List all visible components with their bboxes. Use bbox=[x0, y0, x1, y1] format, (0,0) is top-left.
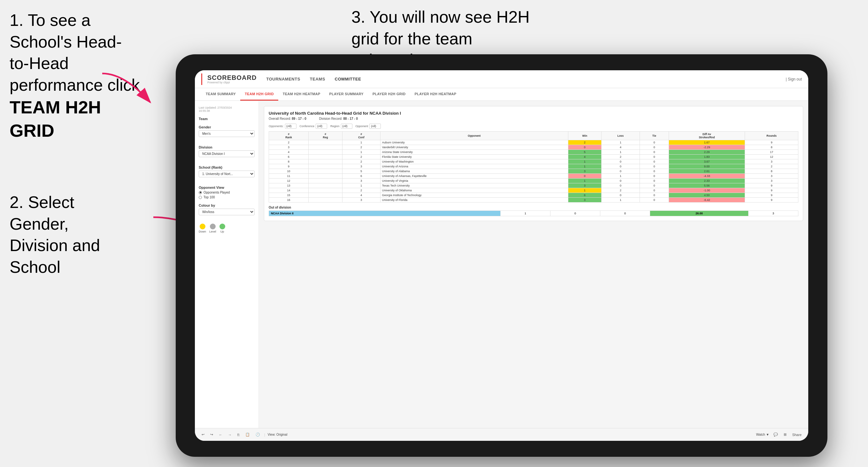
sidebar-team-label: Team bbox=[199, 117, 255, 121]
sidebar-school-label: School (Rank) bbox=[199, 165, 255, 169]
cell-win: 0 bbox=[568, 174, 601, 179]
nav-links: TOURNAMENTS TEAMS COMMITTEE bbox=[266, 75, 785, 83]
cell-reg bbox=[309, 174, 342, 179]
filter-conference-label: Conference bbox=[300, 125, 315, 128]
cell-loss: 1 bbox=[601, 174, 640, 179]
filter-opponents: Opponents: (All) bbox=[269, 124, 297, 129]
cell-conf: 1 bbox=[342, 183, 380, 188]
legend-level-dot bbox=[210, 224, 216, 229]
cell-rank: 3 bbox=[269, 145, 309, 150]
sign-out[interactable]: | Sign out bbox=[786, 77, 802, 82]
cell-tie: 0 bbox=[640, 183, 669, 188]
cell-loss: 0 bbox=[601, 164, 640, 169]
cell-conf: 2 bbox=[342, 155, 380, 159]
radio-opponents-played[interactable]: Opponents Played bbox=[199, 191, 255, 194]
filter-region-select[interactable]: (All) bbox=[341, 124, 352, 129]
filter-opponents-label: Opponents: bbox=[269, 125, 284, 128]
radio-group: Opponents Played Top 100 bbox=[199, 191, 255, 199]
cell-conf: 1 bbox=[342, 140, 380, 145]
cell-reg bbox=[309, 150, 342, 155]
cell-win: 5 bbox=[568, 150, 601, 155]
cell-reg bbox=[309, 179, 342, 183]
division-select[interactable]: NCAA Division I bbox=[199, 151, 255, 157]
col-win: Win bbox=[568, 132, 601, 140]
table-row: 3 2 Vanderbilt University 0 4 0 -2.29 8 bbox=[269, 145, 798, 150]
instruction-2-line3: School bbox=[9, 258, 60, 276]
cell-rounds: 3 bbox=[745, 159, 798, 164]
data-table: #Rank #Reg #Conf Opponent Win Loss Tie D… bbox=[269, 131, 798, 203]
cell-opponent: Georgia Institute of Technology bbox=[380, 193, 568, 198]
cell-loss: 4 bbox=[601, 145, 640, 150]
main-content: Last Updated: 27/03/2024 16:55:38 Team G… bbox=[195, 101, 808, 428]
grid-title: University of North Carolina Head-to-Hea… bbox=[269, 111, 798, 116]
cell-loss: 1 bbox=[601, 150, 640, 155]
legend-down: Down bbox=[199, 224, 206, 233]
cell-conf: 2 bbox=[342, 159, 380, 164]
nav-tournaments[interactable]: TOURNAMENTS bbox=[266, 75, 300, 83]
filter-conference-select[interactable]: (All) bbox=[316, 124, 327, 129]
cell-rounds: 8 bbox=[745, 169, 798, 174]
out-of-division-label: Out of division bbox=[269, 206, 798, 209]
cell-tie: 0 bbox=[640, 164, 669, 169]
school-select[interactable]: 1. University of Nort... bbox=[199, 170, 255, 177]
clock-btn[interactable]: 🕐 bbox=[254, 432, 261, 437]
legend-up: Up bbox=[219, 224, 225, 233]
gender-select[interactable]: Men's bbox=[199, 130, 255, 137]
cell-win: 3 bbox=[568, 169, 601, 174]
cell-conf: 6 bbox=[342, 174, 380, 179]
cell-diff: 5.56 bbox=[669, 183, 745, 188]
comment-btn[interactable]: 💬 bbox=[772, 432, 779, 437]
redo-btn[interactable]: ↪ bbox=[209, 432, 215, 437]
subnav-player-h2h-grid[interactable]: PLAYER H2H GRID bbox=[368, 88, 410, 101]
out-table: NCAA Division II 1 0 0 26.00 3 bbox=[269, 211, 798, 216]
share-btn[interactable]: Share bbox=[791, 432, 803, 437]
sidebar-opponent-view-section: Opponent View Opponents Played Top 100 bbox=[199, 186, 255, 199]
cell-tie: 0 bbox=[640, 188, 669, 193]
subnav-player-h2h-heatmap[interactable]: PLAYER H2H HEATMAP bbox=[410, 88, 461, 101]
present-btn[interactable]: ⊞ bbox=[782, 432, 788, 437]
sidebar-school-section: School (Rank) 1. University of Nort... bbox=[199, 165, 255, 181]
instruction-1-line1: 1. To see a School's Head- bbox=[9, 11, 122, 51]
cell-loss: 0 bbox=[601, 193, 640, 198]
cell-rank: 11 bbox=[269, 174, 309, 179]
undo-btn[interactable]: ↩ bbox=[200, 432, 206, 437]
cell-tie: 0 bbox=[640, 150, 669, 155]
cell-loss: 0 bbox=[601, 169, 640, 174]
subnav-team-summary[interactable]: TEAM SUMMARY bbox=[201, 88, 240, 101]
cell-rounds: 2 bbox=[745, 164, 798, 169]
filter-opponent: Opponent (All) bbox=[355, 124, 381, 129]
table-row: 11 6 University of Arkansas, Fayettevill… bbox=[269, 174, 798, 179]
cell-rank: 16 bbox=[269, 198, 309, 203]
legend: Down Level Up bbox=[199, 224, 255, 233]
cell-win: 0 bbox=[568, 145, 601, 150]
subnav-player-summary[interactable]: PLAYER SUMMARY bbox=[325, 88, 368, 101]
back-btn[interactable]: ← bbox=[217, 432, 224, 437]
forward-btn[interactable]: → bbox=[226, 432, 233, 437]
logo-main: SCOREBOARD bbox=[207, 74, 256, 81]
copy-btn[interactable]: ⎘ bbox=[236, 432, 241, 437]
cell-rounds: 9 bbox=[745, 188, 798, 193]
subnav-team-h2h-grid[interactable]: TEAM H2H GRID bbox=[240, 88, 278, 101]
filter-opponents-select[interactable]: (All) bbox=[285, 124, 297, 129]
radio-top100[interactable]: Top 100 bbox=[199, 195, 255, 199]
subnav-team-h2h-heatmap[interactable]: TEAM H2H HEATMAP bbox=[278, 88, 325, 101]
nav-committee[interactable]: COMMITTEE bbox=[335, 75, 361, 83]
watch-btn[interactable]: Watch ▼ bbox=[756, 433, 769, 436]
cell-opponent: University of Florida bbox=[380, 198, 568, 203]
arrow-1 bbox=[99, 70, 163, 108]
nav-teams[interactable]: TEAMS bbox=[310, 75, 325, 83]
filter-conference: Conference (All) bbox=[300, 124, 328, 129]
radio-top100-circle bbox=[199, 196, 202, 199]
table-row: 13 1 Texas Tech University 3 0 0 5.56 9 bbox=[269, 183, 798, 188]
cell-rank: 10 bbox=[269, 169, 309, 174]
paste-btn[interactable]: 📋 bbox=[244, 432, 251, 437]
cell-reg bbox=[309, 145, 342, 150]
cell-opponent: University of Washington bbox=[380, 159, 568, 164]
cell-diff: 2.29 bbox=[669, 150, 745, 155]
cell-loss: 1 bbox=[601, 140, 640, 145]
view-original-btn[interactable]: View: Original bbox=[268, 433, 287, 436]
cell-rounds: 9 bbox=[745, 193, 798, 198]
out-table-row: NCAA Division II 1 0 0 26.00 3 bbox=[269, 211, 798, 216]
colour-select[interactable]: Win/loss bbox=[199, 209, 255, 215]
filter-opponent-select[interactable]: (All) bbox=[369, 124, 381, 129]
